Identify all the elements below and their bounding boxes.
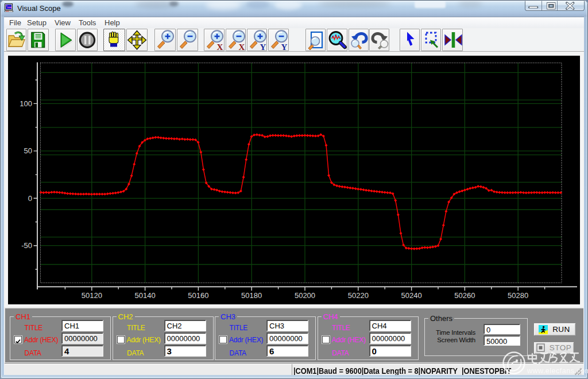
svg-text:50: 50 — [24, 146, 32, 155]
svg-text:50120: 50120 — [82, 291, 102, 300]
svg-text:100: 100 — [20, 99, 32, 108]
svg-text:Y: Y — [281, 42, 288, 51]
svg-text:50160: 50160 — [188, 291, 208, 300]
svg-text:50280: 50280 — [508, 291, 528, 300]
svg-text:X: X — [238, 42, 245, 51]
svg-text:-50: -50 — [21, 241, 32, 250]
svg-text:50180: 50180 — [241, 291, 262, 300]
svg-text:0: 0 — [28, 194, 32, 203]
svg-text:50260: 50260 — [454, 291, 475, 300]
svg-text:50200: 50200 — [295, 291, 315, 300]
svg-text:Y: Y — [260, 42, 266, 51]
svg-text:50240: 50240 — [401, 291, 422, 300]
svg-text:X: X — [217, 42, 223, 51]
svg-text:50220: 50220 — [348, 291, 369, 300]
svg-text:50140: 50140 — [135, 291, 156, 300]
